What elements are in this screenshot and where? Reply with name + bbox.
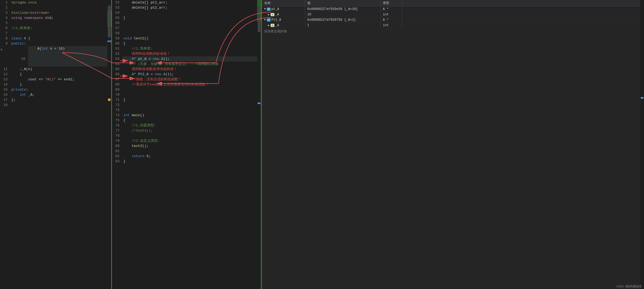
main-container: 1 #pragma once 2 3 #include<iostream> 4 … [0,0,644,289]
middle-code-panel: 52 delete[] pt1_arr; 53 delete[] pt2_arr… [112,0,262,289]
code-line-12: 12 { [0,72,111,77]
code-line-60: 60 { [112,41,261,46]
code-line-65: 65 调用构造函数使用传值构造！ [112,67,261,72]
watch-cell-pt2-a-member-name: i _A [262,23,305,28]
watch-col-name: 名称 [262,0,305,6]
code-line-55: 55 } [112,15,261,20]
code-line-59: 59 void text2() [112,36,261,41]
code-line-1: 1 #pragma once [0,0,111,5]
code-line-66: 66 A* Pt2_A = new A(1); [112,72,261,77]
expand-arrow-pt2-a[interactable] [264,18,267,21]
code-line-17: 17 }; [0,97,111,102]
code-line-54: 54 [112,10,261,15]
code-line-74: 74 int main() [112,113,261,118]
code-line-18: 18 [0,102,111,108]
watch-header: 名称 值 类型 [262,0,644,6]
middle-scrollbar[interactable] [257,0,261,289]
code-line-56: 56 [112,20,261,26]
code-line-9: 9 public: [0,41,111,46]
code-line-77: 77 //text1(); [112,128,261,133]
code-line-81: 81 [112,149,261,154]
code-line-14: 14 } [0,82,111,87]
code-line-78: 78 [112,133,261,138]
code-line-70: 70 [112,92,261,97]
watch-col-type: 类型 [381,0,402,6]
code-line-7: 7 [0,31,111,36]
code-line-73: 73 [112,108,261,113]
code-line-68: 68 //看来对于new自定义类型需要使用到构造函数！ [112,82,261,87]
code-line-71: 71 } [112,97,261,102]
watch-cell-pt2-a-value: 0x00000227ef920750 {_A=1} [305,17,381,22]
left-scrollbar[interactable] [107,0,111,289]
code-line-75: 75 { [112,118,261,123]
code-line-2: 2 [0,5,111,10]
code-line-4: 4 using namespace std; [0,15,111,20]
code-line-76: 76 //1.内置类型: [112,123,261,128]
watch-scrollbar[interactable] [640,0,644,289]
code-line-61: 61 //1.简单类: [112,46,261,51]
code-line-13: 13 cout << "A()" << endl; [0,77,111,82]
expand-arrow-pt2-member[interactable] [268,24,271,27]
watch-row-pt-a-member[interactable]: i _A 10 int [262,12,644,17]
watch-row-pt2-a[interactable]: P Pt2_A 0x00000227ef920750 {_A=1} A * [262,17,644,23]
watch-row-pt-a[interactable]: P pt_A 0x00000227ef920e50 {_A=10} A * [262,6,644,12]
code-line-80: 80 text2(); [112,143,261,149]
watch-panel: 名称 值 类型 P pt_A 0x00000227ef920e50 {_A=10… [262,0,644,289]
expand-arrow-pta-member[interactable] [268,13,271,16]
watch-cell-pt2-a-member-value: 1 [305,23,381,28]
code-line-6: 6 //1.简单类: [0,26,111,31]
code-line-83: 83 } [112,159,261,164]
code-line-67: 67 //报错：没有合适的构造函数！ [112,77,261,82]
code-line-52: 52 delete[] pt1_arr; [112,0,261,5]
add-watch-item[interactable]: 添加要监视的项 [262,28,644,35]
expand-arrow-pt-a[interactable] [264,8,267,11]
watch-cell-pt2-a-name: P Pt2_A [262,17,305,22]
watch-cell-pt2-a-type: A * [381,17,402,22]
code-line-8: 8 class A { [0,36,111,41]
code-line-16: 16 int _A; [0,92,111,97]
code-line-57: 57 [112,26,261,31]
code-line-15: 15 private: [0,87,111,92]
watch-cell-pt-a-member-name: i _A [262,12,305,17]
code-line-5: 5 [0,20,111,26]
watch-col-value: 值 [305,0,381,6]
code-line-72: 72 [112,102,261,108]
code-line-79: 79 //2.自定义类型: [112,138,261,143]
watch-cell-pt-a-member-value: 10 [305,12,381,17]
watch-cell-pt-a-name: P pt_A [262,6,305,12]
code-line-69: 69 [112,87,261,92]
watch-cell-pt-a-member-type: int [381,12,402,17]
bottom-credit: CSDN @随风飘扬⑧ [614,284,644,289]
code-line-53: 53 delete[] pt2_arr; [112,5,261,10]
code-line-3: 3 #include<iostream> [0,10,111,15]
watch-cell-pt-a-value: 0x00000227ef920e50 {_A=10} [305,6,381,12]
code-line-10: ● 10 A(int n = 10) [0,46,111,67]
code-line-63: 63 A* pt_A = new A(); [112,56,261,61]
code-line-11: 11 :_A(n) [0,67,111,72]
code-line-82: 82 return 0; [112,154,261,159]
watch-row-pt2-a-member[interactable]: i _A 1 int [262,23,644,28]
watch-cell-pt-a-type: A * [381,6,402,12]
code-line-58: 58 [112,31,261,36]
left-code-panel: 1 #pragma once 2 3 #include<iostream> 4 … [0,0,112,289]
code-line-64: 64 // (无参，全缺省，没有显示定义）--->调用默认构造 [112,61,261,67]
watch-cell-pt2-a-member-type: int [381,23,402,28]
code-line-62: 62 调用构造函数的缺省值！ [112,51,261,56]
